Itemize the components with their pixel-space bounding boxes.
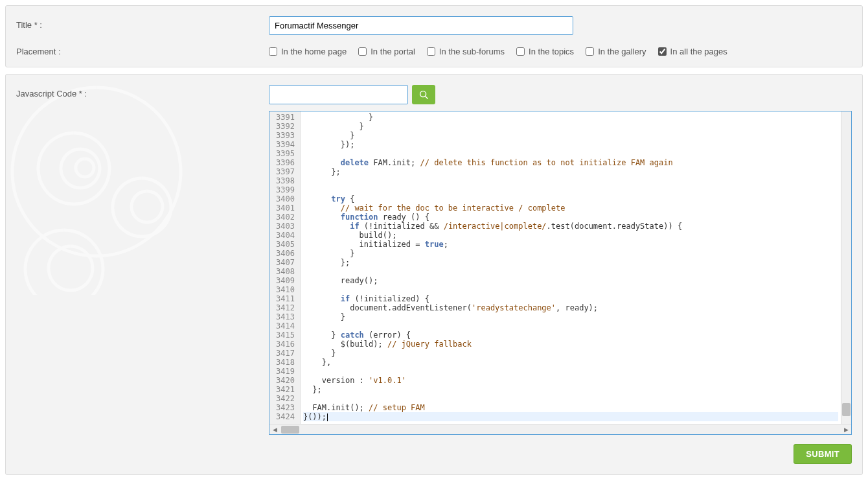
line-number: 3419 bbox=[269, 367, 300, 376]
code-line[interactable] bbox=[303, 185, 838, 194]
line-number: 3410 bbox=[269, 285, 300, 294]
submit-button[interactable]: SUBMIT bbox=[794, 444, 852, 464]
placement-checks: In the home page In the portal In the su… bbox=[269, 43, 852, 56]
line-number: 3395 bbox=[269, 149, 300, 158]
line-number: 3404 bbox=[269, 231, 300, 240]
placement-subforums-label: In the sub-forums bbox=[439, 47, 505, 56]
code-line[interactable] bbox=[303, 394, 838, 403]
line-number: 3403 bbox=[269, 222, 300, 231]
code-line[interactable]: function ready () { bbox=[303, 213, 838, 222]
line-number: 3412 bbox=[269, 303, 300, 312]
placement-gallery-label: In the gallery bbox=[598, 47, 646, 56]
code-line[interactable]: }, bbox=[303, 358, 838, 367]
line-number: 3415 bbox=[269, 331, 300, 340]
code-line[interactable]: ready(); bbox=[303, 276, 838, 285]
line-number: 3393 bbox=[269, 131, 300, 140]
scroll-right-icon[interactable]: ▶ bbox=[841, 424, 851, 435]
placement-portal-label: In the portal bbox=[371, 47, 415, 56]
code-line[interactable]: } bbox=[303, 349, 838, 358]
placement-subforums-checkbox[interactable] bbox=[427, 47, 435, 56]
line-number: 3423 bbox=[269, 403, 300, 412]
code-line[interactable]: }); bbox=[303, 140, 838, 149]
code-line[interactable]: }; bbox=[303, 167, 838, 176]
code-line[interactable]: try { bbox=[303, 194, 838, 203]
code-line[interactable]: }; bbox=[303, 385, 838, 394]
code-gutter: 3391339233933394339533963397339833993400… bbox=[269, 111, 301, 424]
code-line[interactable]: } bbox=[303, 131, 838, 140]
search-icon bbox=[419, 90, 429, 100]
code-line[interactable] bbox=[303, 267, 838, 276]
placement-gallery[interactable]: In the gallery bbox=[586, 47, 646, 56]
placement-portal[interactable]: In the portal bbox=[358, 47, 415, 56]
line-number: 3417 bbox=[269, 349, 300, 358]
code-line[interactable]: version : 'v1.0.1' bbox=[303, 376, 838, 385]
code-line[interactable]: delete FAM.init; // delete this function… bbox=[303, 158, 838, 167]
code-editor[interactable]: 3391339233933394339533963397339833993400… bbox=[269, 111, 852, 435]
placement-all-checkbox[interactable] bbox=[658, 47, 667, 56]
placement-topics-label: In the topics bbox=[529, 47, 574, 56]
code-search-button[interactable] bbox=[412, 85, 435, 104]
line-number: 3401 bbox=[269, 203, 300, 213]
code-line[interactable]: if (!initialized) { bbox=[303, 294, 838, 303]
code-line[interactable] bbox=[303, 149, 838, 158]
code-line[interactable]: if (!initialized && /interactive|complet… bbox=[303, 222, 838, 231]
placement-label: Placement : bbox=[16, 43, 269, 56]
code-line[interactable] bbox=[303, 321, 838, 331]
placement-subforums[interactable]: In the sub-forums bbox=[427, 47, 505, 56]
line-number: 3400 bbox=[269, 194, 300, 203]
scroll-left-icon[interactable]: ◀ bbox=[269, 424, 280, 435]
code-line[interactable]: // wait for the doc to be interactive / … bbox=[303, 203, 838, 213]
code-body[interactable]: } } } }); delete FAM.init; // delete thi… bbox=[301, 111, 841, 424]
placement-home-checkbox[interactable] bbox=[269, 47, 277, 56]
line-number: 3414 bbox=[269, 321, 300, 331]
line-number: 3424 bbox=[269, 412, 300, 421]
code-vertical-scrollbar[interactable] bbox=[841, 111, 851, 424]
code-line[interactable]: build(); bbox=[303, 231, 838, 240]
line-number: 3408 bbox=[269, 267, 300, 276]
line-number: 3413 bbox=[269, 312, 300, 321]
title-row: Title * : bbox=[16, 16, 852, 35]
line-number: 3418 bbox=[269, 358, 300, 367]
code-line[interactable] bbox=[303, 176, 838, 185]
line-number: 3394 bbox=[269, 140, 300, 149]
code-line[interactable]: } bbox=[303, 249, 838, 258]
line-number: 3402 bbox=[269, 213, 300, 222]
placement-topics[interactable]: In the topics bbox=[516, 47, 574, 56]
code-line[interactable]: FAM.init(); // setup FAM bbox=[303, 403, 838, 412]
code-line[interactable]: } bbox=[303, 312, 838, 321]
code-line[interactable]: } bbox=[303, 113, 838, 122]
code-horizontal-scrollbar[interactable]: ◀ ▶ bbox=[269, 424, 851, 434]
line-number: 3399 bbox=[269, 185, 300, 194]
placement-gallery-checkbox[interactable] bbox=[586, 47, 594, 56]
code-search-input[interactable] bbox=[269, 85, 408, 104]
code-line[interactable]: initialized = true; bbox=[303, 240, 838, 249]
code-row: Javascript Code * : 33913392339333943395… bbox=[16, 85, 852, 435]
line-number: 3398 bbox=[269, 176, 300, 185]
scrollbar-thumb[interactable] bbox=[842, 403, 851, 416]
line-number: 3409 bbox=[269, 276, 300, 285]
placement-row: Placement : In the home page In the port… bbox=[16, 43, 852, 56]
placement-home-label: In the home page bbox=[281, 47, 347, 56]
placement-all-label: In all the pages bbox=[670, 47, 727, 56]
line-number: 3421 bbox=[269, 385, 300, 394]
code-line[interactable] bbox=[303, 367, 838, 376]
line-number: 3397 bbox=[269, 167, 300, 176]
code-line[interactable]: document.addEventListener('readystatecha… bbox=[303, 303, 838, 312]
form-panel-code: Javascript Code * : 33913392339333943395… bbox=[5, 74, 863, 475]
placement-topics-checkbox[interactable] bbox=[516, 47, 525, 56]
code-line[interactable]: } bbox=[303, 122, 838, 131]
code-line[interactable]: } catch (error) { bbox=[303, 331, 838, 340]
code-line[interactable]: }()); bbox=[303, 412, 838, 421]
line-number: 3416 bbox=[269, 340, 300, 349]
code-line[interactable]: $(build); // jQuery fallback bbox=[303, 340, 838, 349]
placement-portal-checkbox[interactable] bbox=[358, 47, 367, 56]
scrollbar-thumb[interactable] bbox=[281, 426, 299, 434]
form-panel-general: Title * : Placement : In the home page I… bbox=[5, 5, 863, 67]
placement-home[interactable]: In the home page bbox=[269, 47, 347, 56]
line-number: 3411 bbox=[269, 294, 300, 303]
code-line[interactable] bbox=[303, 285, 838, 294]
placement-all[interactable]: In all the pages bbox=[658, 47, 727, 56]
title-input[interactable] bbox=[269, 16, 573, 35]
line-number: 3405 bbox=[269, 240, 300, 249]
code-line[interactable]: }; bbox=[303, 258, 838, 267]
